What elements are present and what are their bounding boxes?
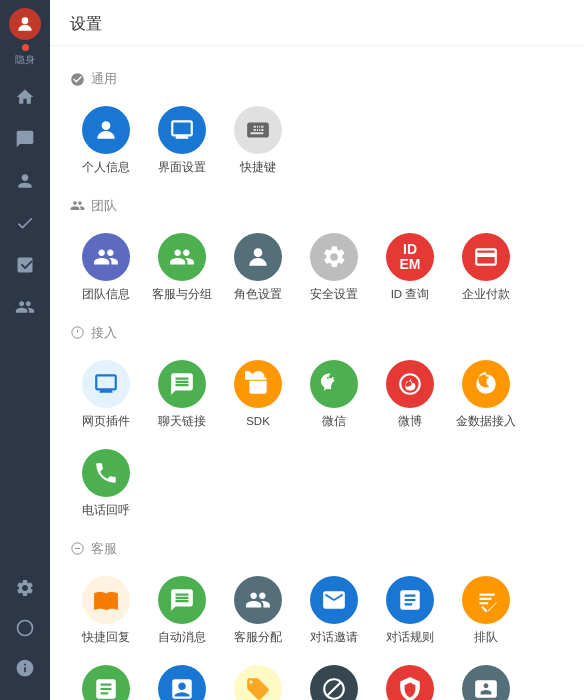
item-sdk[interactable]: SDK bbox=[222, 352, 294, 437]
hidden-label: 隐身 bbox=[15, 53, 35, 67]
item-icon-region-block bbox=[386, 665, 434, 700]
item-icon-chat-link bbox=[158, 360, 206, 408]
item-chat-link[interactable]: 聊天链接 bbox=[146, 352, 218, 437]
item-enterprise-pay[interactable]: 企业付款 bbox=[450, 225, 522, 310]
item-blacklist[interactable]: 黑名单 bbox=[298, 657, 370, 700]
item-region-block[interactable]: 访客地区隔离 bbox=[374, 657, 446, 700]
item-dialog-rules[interactable]: 对话规则 bbox=[374, 568, 446, 653]
item-label-data-access: 金数据接入 bbox=[456, 414, 516, 429]
item-label-id-query: ID 查询 bbox=[391, 287, 430, 302]
item-icon-dialog-invite bbox=[310, 576, 358, 624]
svg-point-1 bbox=[18, 621, 33, 636]
item-label-auto-message: 自动消息 bbox=[158, 630, 206, 645]
item-label-enterprise-pay: 企业付款 bbox=[462, 287, 510, 302]
item-weibo[interactable]: 微博 bbox=[374, 352, 446, 437]
item-icon-card-manage bbox=[462, 665, 510, 700]
item-icon-web-plugin bbox=[82, 360, 130, 408]
item-data-access[interactable]: 金数据接入 bbox=[450, 352, 522, 437]
sidebar-item-home[interactable] bbox=[7, 79, 43, 115]
page-title: 设置 bbox=[50, 0, 584, 46]
sidebar-item-tasks[interactable] bbox=[7, 205, 43, 241]
item-icon-phone-callback bbox=[82, 449, 130, 497]
item-icon-id-query: IDEM bbox=[386, 233, 434, 281]
sidebar-item-analytics[interactable] bbox=[7, 289, 43, 325]
item-tags[interactable]: 标签 bbox=[222, 657, 294, 700]
item-label-team-info: 团队信息 bbox=[82, 287, 130, 302]
svg-point-3 bbox=[254, 248, 263, 257]
item-queue[interactable]: 排队 bbox=[450, 568, 522, 653]
main-content: 设置 通用个人信息界面设置快捷键团队团队信息客服与分组角色设置安全设置IDEMI… bbox=[50, 0, 584, 700]
item-label-web-plugin: 网页插件 bbox=[82, 414, 130, 429]
item-service-dist[interactable]: 客服分配 bbox=[222, 568, 294, 653]
item-pre-form[interactable]: 询前表单 bbox=[70, 657, 142, 700]
item-icon-data-access bbox=[462, 360, 510, 408]
sidebar-item-contacts[interactable] bbox=[7, 163, 43, 199]
item-icon-service-eval bbox=[158, 665, 206, 700]
item-dialog-invite[interactable]: 对话邀请 bbox=[298, 568, 370, 653]
item-customer-groups[interactable]: 客服与分组 bbox=[146, 225, 218, 310]
item-phone-callback[interactable]: 电话回呼 bbox=[70, 441, 142, 526]
item-label-ui-settings: 界面设置 bbox=[158, 160, 206, 175]
avatar[interactable] bbox=[9, 8, 41, 40]
section-grid-general: 个人信息界面设置快捷键 bbox=[70, 98, 564, 183]
item-label-service-dist: 客服分配 bbox=[234, 630, 282, 645]
sidebar-item-chat[interactable] bbox=[7, 121, 43, 157]
item-label-security-settings: 安全设置 bbox=[310, 287, 358, 302]
item-id-query[interactable]: IDEMID 查询 bbox=[374, 225, 446, 310]
section-header-service: 客服 bbox=[70, 540, 564, 558]
item-label-weibo: 微博 bbox=[398, 414, 422, 429]
item-icon-personal-info bbox=[82, 106, 130, 154]
item-label-dialog-invite: 对话邀请 bbox=[310, 630, 358, 645]
item-shortcuts[interactable]: 快捷键 bbox=[222, 98, 294, 183]
sidebar-bottom bbox=[7, 570, 43, 700]
section-grid-team: 团队信息客服与分组角色设置安全设置IDEMID 查询企业付款 bbox=[70, 225, 564, 310]
item-label-quick-reply: 快捷回复 bbox=[82, 630, 130, 645]
item-auto-message[interactable]: 自动消息 bbox=[146, 568, 218, 653]
section-label-access: 接入 bbox=[91, 324, 117, 342]
item-icon-enterprise-pay bbox=[462, 233, 510, 281]
svg-point-2 bbox=[102, 121, 111, 130]
item-wechat[interactable]: 微信 bbox=[298, 352, 370, 437]
sidebar-item-settings[interactable] bbox=[7, 570, 43, 606]
item-icon-blacklist bbox=[310, 665, 358, 700]
item-label-role-settings: 角色设置 bbox=[234, 287, 282, 302]
item-label-chat-link: 聊天链接 bbox=[158, 414, 206, 429]
item-icon-auto-message bbox=[158, 576, 206, 624]
item-icon-ui-settings bbox=[158, 106, 206, 154]
item-label-customer-groups: 客服与分组 bbox=[152, 287, 212, 302]
item-icon-weibo bbox=[386, 360, 434, 408]
item-label-wechat: 微信 bbox=[322, 414, 346, 429]
item-team-info[interactable]: 团队信息 bbox=[70, 225, 142, 310]
item-label-sdk: SDK bbox=[246, 414, 270, 429]
item-quick-reply[interactable]: 快捷回复 bbox=[70, 568, 142, 653]
item-icon-tags bbox=[234, 665, 282, 700]
item-card-manage[interactable]: 名片管理 bbox=[450, 657, 522, 700]
section-grid-access: 网页插件聊天链接SDK微信微博金数据接入电话回呼 bbox=[70, 352, 564, 526]
section-label-team: 团队 bbox=[91, 197, 117, 215]
item-icon-sdk bbox=[234, 360, 282, 408]
item-service-eval[interactable]: 客服评价 bbox=[146, 657, 218, 700]
item-security-settings[interactable]: 安全设置 bbox=[298, 225, 370, 310]
item-personal-info[interactable]: 个人信息 bbox=[70, 98, 142, 183]
item-icon-queue bbox=[462, 576, 510, 624]
item-label-shortcuts: 快捷键 bbox=[240, 160, 276, 175]
sidebar-item-reports[interactable] bbox=[7, 247, 43, 283]
item-icon-team-info bbox=[82, 233, 130, 281]
item-label-personal-info: 个人信息 bbox=[82, 160, 130, 175]
item-web-plugin[interactable]: 网页插件 bbox=[70, 352, 142, 437]
item-icon-pre-form bbox=[82, 665, 130, 700]
section-grid-service: 快捷回复自动消息客服分配对话邀请对话规则排队询前表单客服评价标签黑名单访客地区隔… bbox=[70, 568, 564, 700]
sidebar-item-circle[interactable] bbox=[7, 610, 43, 646]
item-icon-quick-reply bbox=[82, 576, 130, 624]
item-icon-service-dist bbox=[234, 576, 282, 624]
item-icon-customer-groups bbox=[158, 233, 206, 281]
section-label-service: 客服 bbox=[91, 540, 117, 558]
sidebar-item-info[interactable] bbox=[7, 650, 43, 686]
item-label-queue: 排队 bbox=[474, 630, 498, 645]
section-header-team: 团队 bbox=[70, 197, 564, 215]
section-header-access: 接入 bbox=[70, 324, 564, 342]
content-area: 通用个人信息界面设置快捷键团队团队信息客服与分组角色设置安全设置IDEMID 查… bbox=[50, 46, 584, 700]
item-ui-settings[interactable]: 界面设置 bbox=[146, 98, 218, 183]
sidebar: 隐身 bbox=[0, 0, 50, 700]
item-role-settings[interactable]: 角色设置 bbox=[222, 225, 294, 310]
